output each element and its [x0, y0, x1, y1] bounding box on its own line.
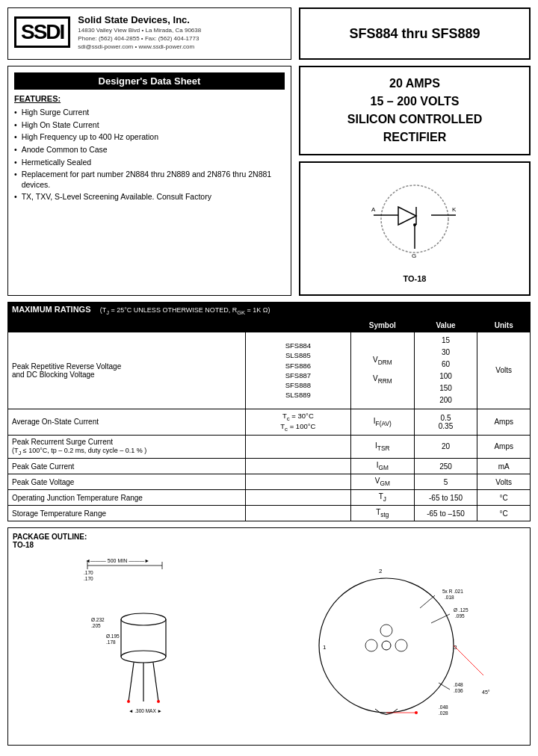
svg-text:2: 2: [379, 568, 383, 574]
table-row-current: Average On-State Current Tc = 30°CTc = 1…: [8, 409, 531, 435]
feature-item-7: TX, TXV, S-Level Screening Available. Co…: [14, 192, 285, 202]
cond-op-temp: [245, 490, 350, 506]
svg-text:K: K: [452, 206, 457, 213]
desc-current: Average On-State Current: [8, 409, 246, 435]
desc-op-temp: Operating Junction Temperature Range: [8, 490, 246, 506]
value-gate-current: 250: [414, 459, 477, 474]
value-surge: 20: [414, 435, 477, 459]
symbol-current: IF(AV): [350, 409, 414, 435]
table-row-stor-temp: Storage Temperature Range Tstg -65 to –1…: [8, 506, 531, 521]
feature-item-1: High Surge Current: [14, 108, 285, 118]
table-header-title: MAXIMUM RATINGS: [12, 305, 91, 314]
desc-voltage: Peak Repetitive Reverse Voltageand DC Bl…: [8, 332, 246, 409]
device-package-label: TO-18: [404, 274, 427, 283]
svg-marker-4: [398, 207, 416, 225]
device-schematic: A K G: [370, 174, 460, 271]
svg-text:◄——— 500 MIN ———►: ◄——— 500 MIN ———►: [85, 558, 149, 563]
package-title: PACKAGE OUTLINE: TO-18: [13, 533, 525, 549]
feature-item-5: Hermetically Sealed: [14, 158, 285, 168]
cond-surge: [245, 435, 350, 459]
svg-text:.048: .048: [454, 682, 463, 687]
svg-text:◄  .300 MAX  ►: ◄ .300 MAX ►: [129, 708, 162, 713]
part-list-voltage: SFS884SLS885SFS886SFS887SFS888SLS889: [245, 332, 350, 409]
company-address: 14830 Valley View Blvd • La Mirada, Ca 9…: [78, 27, 201, 34]
feature-item-6: Replacement for part number 2N884 thru 2…: [14, 170, 285, 190]
package-drawing: ◄——— 500 MIN ———► .170 .170 Ø.232 .205 Ø…: [13, 552, 536, 739]
page: SSDI Solid State Devices, Inc. 14830 Val…: [0, 0, 538, 756]
units-gate-current: mA: [477, 459, 531, 474]
svg-text:G: G: [412, 252, 416, 259]
ssdi-logo: SSDI: [14, 16, 70, 48]
svg-point-32: [382, 641, 391, 650]
device-image-box: A K G TO-18: [299, 161, 531, 296]
symbol-op-temp: TJ: [350, 490, 414, 506]
part-number-box: SFS884 thru SFS889: [299, 7, 531, 60]
units-stor-temp: °C: [477, 506, 531, 521]
svg-text:.178: .178: [106, 639, 116, 645]
svg-text:.048: .048: [439, 704, 448, 710]
header-section: SSDI Solid State Devices, Inc. 14830 Val…: [7, 7, 531, 60]
svg-text:Ø .125: Ø .125: [454, 607, 469, 613]
svg-text:.028: .028: [439, 710, 448, 716]
svg-text:A: A: [371, 206, 376, 213]
feature-item-2: High On State Current: [14, 120, 285, 131]
symbol-gate-current: IGM: [350, 459, 414, 474]
svg-line-41: [431, 614, 450, 623]
units-current: Amps: [477, 409, 531, 435]
product-title3: SILICON CONTROLLED: [347, 111, 482, 128]
svg-text:5x R .021: 5x R .021: [442, 589, 463, 594]
ratings-table: MAXIMUM RATINGS (TJ = 25°C UNLESS OTHERW…: [7, 302, 531, 521]
table-header-condition: (TJ = 25°C UNLESS OTHERWISE NOTED, RGK =…: [100, 306, 270, 314]
features-header: Designer's Data Sheet: [14, 72, 285, 90]
product-title1: 20 AMPS: [347, 75, 482, 93]
desc-surge: Peak Recurrent Surge Current(TJ ≤ 100°C,…: [8, 435, 246, 459]
units-voltage: Volts: [477, 332, 531, 409]
table-row-op-temp: Operating Junction Temperature Range TJ …: [8, 490, 531, 506]
svg-line-38: [420, 595, 435, 608]
table-header: MAXIMUM RATINGS (TJ = 25°C UNLESS OTHERW…: [8, 303, 531, 319]
value-voltage: 153060100150200: [414, 332, 477, 409]
svg-point-10: [413, 223, 416, 226]
table-row-gate-voltage: Peak Gate Voltage VGM 5 Volts: [8, 474, 531, 490]
svg-line-21: [129, 663, 134, 701]
table-row-gate-current: Peak Gate Current IGM 250 mA: [8, 459, 531, 474]
desc-stor-temp: Storage Temperature Range: [8, 506, 246, 521]
logo-box: SSDI Solid State Devices, Inc. 14830 Val…: [14, 14, 285, 50]
units-op-temp: °C: [477, 490, 531, 506]
desc-gate-voltage: Peak Gate Voltage: [8, 474, 246, 490]
cond-gate-current: [245, 459, 350, 474]
features-title: FEATURES:: [14, 94, 285, 103]
svg-text:.095: .095: [455, 613, 465, 619]
product-title2: 15 – 200 VOLTS: [347, 93, 482, 111]
svg-point-34: [395, 639, 407, 651]
col-header-part: [245, 318, 350, 332]
company-phone: Phone: (562) 404-2855 • Fax: (562) 404-1…: [78, 35, 201, 42]
col-header-units: Units: [477, 318, 531, 332]
cond-gate-voltage: [245, 474, 350, 490]
svg-line-51: [454, 645, 483, 675]
svg-point-20: [121, 651, 166, 663]
svg-text:.036: .036: [454, 688, 463, 693]
feature-item-3: High Frequency up to 400 Hz operation: [14, 132, 285, 143]
cond-stor-temp: [245, 506, 350, 521]
product-desc-box: 20 AMPS 15 – 200 VOLTS SILICON CONTROLLE…: [299, 66, 531, 155]
table-row-voltage: Peak Repetitive Reverse Voltageand DC Bl…: [8, 332, 531, 409]
product-title4: RECTIFIER: [347, 128, 482, 146]
feature-item-4: Anode Common to Case: [14, 145, 285, 155]
svg-text:.170: .170: [84, 570, 93, 575]
symbol-surge: ITSR: [350, 435, 414, 459]
logo-section: SSDI Solid State Devices, Inc. 14830 Val…: [7, 7, 291, 60]
svg-text:Ø.195: Ø.195: [106, 633, 120, 639]
svg-text:.205: .205: [91, 623, 101, 628]
symbol-voltage: VDRMVRRM: [350, 332, 414, 409]
svg-line-23: [153, 663, 158, 701]
value-stor-temp: -65 to –150: [414, 506, 477, 521]
svg-point-33: [365, 639, 377, 651]
svg-point-30: [157, 700, 160, 703]
svg-text:Ø.232: Ø.232: [91, 617, 105, 622]
company-name: Solid State Devices, Inc.: [78, 14, 201, 25]
condition-current: Tc = 30°CTc = 100°C: [245, 409, 350, 435]
features-list: High Surge Current High On State Current…: [14, 108, 285, 202]
svg-text:.018: .018: [445, 595, 454, 600]
features-box: Designer's Data Sheet FEATURES: High Sur…: [7, 66, 291, 296]
